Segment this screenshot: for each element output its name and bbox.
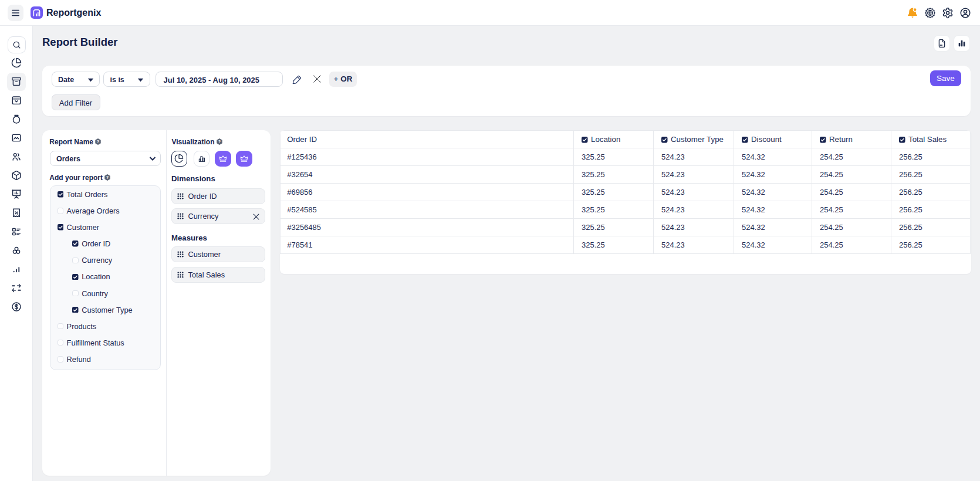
svg-text:?: ? [106, 174, 109, 179]
svg-text:?: ? [218, 138, 221, 144]
svg-text:?: ? [97, 138, 100, 144]
